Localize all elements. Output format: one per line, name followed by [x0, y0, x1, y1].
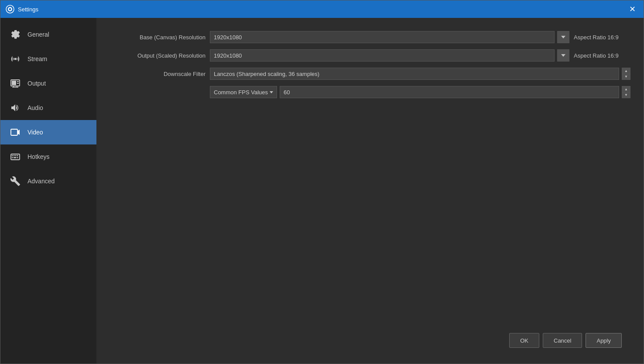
sidebar-audio-label: Audio [27, 104, 43, 111]
fps-row: Common FPS Values 60 ▲ ▼ [110, 86, 630, 98]
sidebar-stream-label: Stream [27, 55, 47, 62]
sidebar-video-label: Video [27, 129, 43, 136]
downscale-spinner[interactable]: ▲ ▼ [622, 68, 630, 80]
svg-rect-13 [15, 155, 17, 157]
footer: OK Cancel Apply [110, 326, 630, 355]
svg-rect-6 [17, 81, 19, 82]
svg-rect-10 [11, 154, 20, 160]
svg-rect-7 [17, 83, 19, 84]
audio-icon [9, 102, 21, 114]
settings-window: Settings ✕ General [0, 0, 644, 364]
sidebar-item-output[interactable]: Output [0, 71, 96, 96]
output-resolution-dropdown[interactable]: 1920x1080 [210, 49, 555, 62]
stream-icon [9, 53, 21, 65]
base-resolution-dropdown[interactable]: 1920x1080 [210, 31, 555, 43]
base-resolution-row: Base (Canvas) Resolution 1920x1080 Aspec… [110, 31, 630, 43]
sidebar-item-stream[interactable]: Stream [0, 47, 96, 71]
downscale-filter-dropdown[interactable]: Lanczos (Sharpened scaling, 36 samples) [210, 68, 619, 80]
apply-button[interactable]: Apply [586, 333, 622, 348]
fps-type-button[interactable]: Common FPS Values [210, 86, 277, 98]
title-bar-left: Settings [6, 5, 38, 14]
fps-control: Common FPS Values 60 ▲ ▼ [210, 86, 630, 98]
main-panel: Base (Canvas) Resolution 1920x1080 Aspec… [96, 18, 644, 364]
downscale-filter-row: Downscale Filter Lanczos (Sharpened scal… [110, 68, 630, 80]
svg-rect-12 [14, 155, 15, 157]
svg-rect-16 [14, 157, 17, 158]
fps-spinner[interactable]: ▲ ▼ [622, 86, 630, 98]
obs-icon [6, 5, 14, 14]
sidebar-hotkeys-label: Hotkeys [27, 153, 50, 160]
ok-button[interactable]: OK [509, 333, 539, 348]
sidebar-item-audio[interactable]: Audio [0, 96, 96, 120]
sidebar-item-hotkeys[interactable]: Hotkeys [0, 144, 96, 169]
advanced-icon [9, 175, 21, 187]
base-resolution-label: Base (Canvas) Resolution [110, 34, 206, 41]
sidebar-item-general[interactable]: General [0, 22, 96, 47]
svg-point-3 [14, 58, 17, 60]
downscale-filter-label: Downscale Filter [110, 71, 206, 77]
sidebar: General Stream [0, 18, 96, 364]
video-icon [9, 126, 21, 138]
sidebar-output-label: Output [27, 80, 46, 87]
svg-rect-11 [12, 155, 13, 157]
fps-type-label: Common FPS Values [214, 89, 268, 96]
base-resolution-control: 1920x1080 [210, 31, 569, 43]
fps-spinner-down[interactable]: ▼ [622, 92, 630, 98]
downscale-filter-control: Lanczos (Sharpened scaling, 36 samples) … [210, 68, 630, 80]
svg-rect-8 [11, 129, 17, 135]
svg-point-2 [9, 8, 11, 10]
sidebar-item-video[interactable]: Video [0, 120, 96, 144]
downscale-spinner-up[interactable]: ▲ [622, 68, 630, 74]
gear-icon [9, 28, 21, 41]
downscale-filter-value: Lanczos (Sharpened scaling, 36 samples) [214, 71, 319, 77]
content-area: General Stream [0, 18, 644, 364]
sidebar-general-label: General [27, 31, 49, 38]
output-resolution-row: Output (Scaled) Resolution 1920x1080 Asp… [110, 49, 630, 62]
svg-rect-17 [17, 157, 18, 158]
cancel-button[interactable]: Cancel [543, 333, 582, 348]
window-title: Settings [18, 6, 38, 13]
video-settings-content: Base (Canvas) Resolution 1920x1080 Aspec… [110, 31, 630, 326]
fps-spinner-up[interactable]: ▲ [622, 86, 630, 92]
base-resolution-value: 1920x1080 [214, 34, 242, 41]
output-resolution-control: 1920x1080 [210, 49, 569, 62]
output-aspect-ratio-label: Aspect Ratio 16:9 [574, 52, 630, 59]
svg-rect-5 [12, 81, 16, 85]
svg-rect-15 [12, 157, 13, 158]
output-resolution-value: 1920x1080 [214, 52, 242, 59]
sidebar-advanced-label: Advanced [27, 178, 55, 185]
fps-value: 60 [284, 89, 290, 96]
hotkeys-icon [9, 151, 21, 163]
svg-rect-14 [17, 155, 18, 157]
output-resolution-arrow[interactable] [557, 49, 569, 62]
title-bar: Settings ✕ [0, 0, 644, 18]
sidebar-item-advanced[interactable]: Advanced [0, 169, 96, 193]
close-button[interactable]: ✕ [627, 4, 638, 14]
output-resolution-label: Output (Scaled) Resolution [110, 52, 206, 59]
fps-value-field: 60 [280, 86, 619, 98]
base-aspect-ratio-label: Aspect Ratio 16:9 [574, 34, 630, 41]
output-icon [9, 77, 21, 89]
downscale-spinner-down[interactable]: ▼ [622, 74, 630, 80]
base-resolution-arrow[interactable] [557, 31, 569, 43]
